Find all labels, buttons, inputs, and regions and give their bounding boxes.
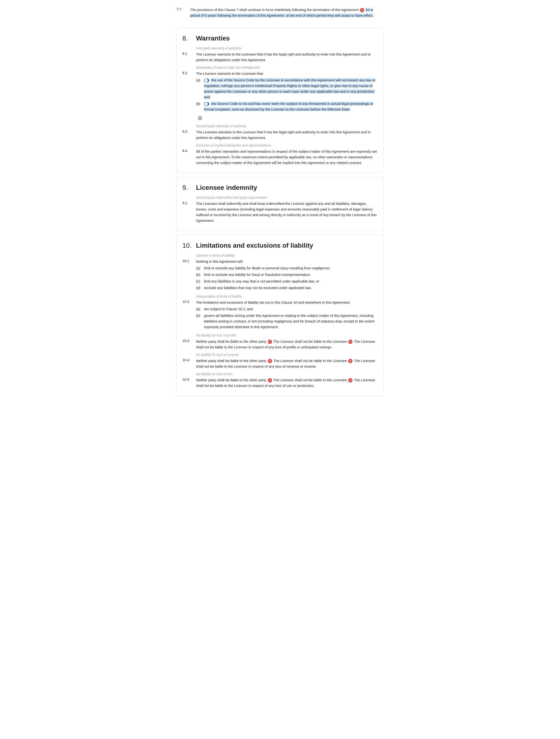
or-badge-10-3-2: or [348,340,353,344]
clause-10-5-text: Neither party shall be liable to the oth… [196,377,378,389]
clause-10-1-row: 10.1 Nothing in this Agreement will: (a)… [182,259,378,292]
clause-10-5-row: 10.5 Neither party shall be liable to th… [182,377,378,389]
toggle-circle-8-2a [204,79,208,82]
section-9-title: Licensee indemnity [196,184,257,191]
clause-77-text-before: The provisions of this Clause 7 shall co… [190,8,359,12]
section-8-heading: 8. Warranties [182,34,378,42]
toggle-8-2b[interactable] [204,102,209,106]
subclause-8-2a: (a) the use of the Source Code by the Li… [196,78,378,100]
section-10-heading: 10. Limitations and exclusions of liabil… [182,242,378,249]
subclause-10-2b-text: govern all liabilities arising under thi… [204,313,378,330]
move-icon-row: ⨁ [196,114,378,121]
or-badge-10-3-1: or [268,340,272,344]
clause-10-3-row: 10.3 Neither party shall be liable to th… [182,339,378,350]
clause-10-5-num: 10.5 [182,377,194,389]
clause-10-4-text-before: Neither party shall be liable to the oth… [196,359,266,363]
clause-10-5-text-middle: The Licensor shall not be liable to the … [273,378,348,382]
clause-10-2-text: The limitations and exclusions of liabil… [196,300,378,331]
subclause-10-1a: (a) limit or exclude any liability for d… [196,265,378,271]
subclause-8-2b-highlight: the Source Code is not and has never bee… [204,102,373,111]
toggle-circle-8-2b [204,102,208,106]
section-9-block: 9. Licensee indemnity Second party indem… [176,177,384,231]
clause-8-2-num: 8.2 [182,71,194,121]
subclause-10-1b-text: limit or exclude any liability for fraud… [204,272,378,278]
clause-10-1-intro: Nothing in this Agreement will: [196,259,378,264]
clause-10-4-text: Neither party shall be liable to the oth… [196,358,378,369]
annotation-9-1: Second party indemnifies first party upo… [196,196,378,199]
or-badge-10-4-1: or [268,359,272,363]
subclause-8-2a-text: the use of the Source Code by the Licens… [204,78,378,100]
clause-10-2-row: 10.2 The limitations and exclusions of l… [182,300,378,331]
subclause-10-1d-letter: (d) [196,285,202,291]
clause-9-1-row: 9.1 The Licensee shall indemnify and sha… [182,201,378,224]
clause-8-3-row: 8.3 The Licensee warrants to the Licenso… [182,129,378,141]
subclause-10-1d-text: exclude any liabilities that may not be … [204,285,378,291]
clause-10-3-text: Neither party shall be liable to the oth… [196,339,378,350]
clause-10-4-text-middle: The Licensor shall not be liable to the … [273,359,348,363]
annotation-8-2: Warranties of source code non-infringeme… [196,65,378,69]
clause-8-3-text: The Licensee warrants to the Licensor th… [196,129,378,141]
annotation-10-3: No liability for loss of profits [196,333,378,337]
annotation-10-5: No liability for loss of use [196,372,378,376]
section-8-block: 8. Warranties First party warranty of au… [176,28,384,173]
annotation-8-3: Second party warranty of authority [196,124,378,128]
subclause-8-2b-letter: (b) [196,101,202,112]
subclause-10-1a-letter: (a) [196,265,202,271]
clause-8-4-row: 8.4 All of the parties' warranties and r… [182,149,378,166]
clause-10-4-num: 10.4 [182,358,194,369]
clause-8-1-row: 8.1 The Licensor warrants to the License… [182,51,378,63]
or-badge-77: or [360,8,364,12]
clause-10-4-row: 10.4 Neither party shall be liable to th… [182,358,378,369]
clause-8-1-text: The Licensor warrants to the Licensee th… [196,51,378,63]
section-10-title: Limitations and exclusions of liability [196,242,313,249]
toggle-8-2a[interactable] [204,79,209,82]
clause-77-text: The provisions of this Clause 7 shall co… [190,7,384,18]
subclause-10-1c-text: limit any liabilities in any way that is… [204,279,378,284]
annotation-10-2: Interpretation of limits of liability [196,294,378,298]
clause-10-3-num: 10.3 [182,339,194,350]
annotation-8-4: Exclusion of implied warranties and repr… [196,143,378,147]
subclause-10-2a-letter: (a) [196,306,202,312]
annotation-10-1: Caveats to limits of liability [196,254,378,257]
subclause-10-1b: (b) limit or exclude any liability for f… [196,272,378,278]
subclause-10-1c: (c) limit any liabilities in any way tha… [196,279,378,284]
annotation-8-1: First party warranty of authority [196,46,378,50]
clause-10-2-num: 10.2 [182,300,194,331]
clause-8-4-text: All of the parties' warranties and repre… [196,149,378,166]
clause-77-row: 7.7 The provisions of this Clause 7 shal… [176,7,384,23]
section-9-number: 9. [182,184,192,191]
clause-10-3-text-before: Neither party shall be liable to the oth… [196,339,266,343]
clause-8-3-num: 8.3 [182,129,194,141]
clause-8-4-num: 8.4 [182,149,194,166]
clause-8-2-intro: The Licensor warrants to the Licensee th… [196,71,378,77]
clause-10-3-text-middle: The Licensor shall not be liable to the … [273,339,348,343]
clause-10-2-intro: The limitations and exclusions of liabil… [196,300,378,305]
clause-8-2-text: The Licensor warrants to the Licensee th… [196,71,378,121]
clause-8-1-num: 8.1 [182,51,194,63]
annotation-10-4: No liability for loss of revenue [196,353,378,356]
subclause-8-2a-letter: (a) [196,78,202,100]
subclause-10-2b-letter: (b) [196,313,202,330]
subclause-8-2b-text: the Source Code is not and has never bee… [204,101,378,112]
section-8-title: Warranties [196,34,230,42]
clause-10-1-text: Nothing in this Agreement will: (a) limi… [196,259,378,292]
subclause-8-2a-highlight: the use of the Source Code by the Licens… [204,78,375,99]
or-badge-10-5-1: or [268,378,272,383]
subclause-10-2a: (a) are subject to Clause 10.1; and [196,306,378,312]
subclause-10-1d: (d) exclude any liabilities that may not… [196,285,378,291]
move-arrows-icon[interactable]: ⨁ [198,115,202,121]
or-badge-10-4-2: or [348,359,353,363]
clause-10-5-text-before: Neither party shall be liable to the oth… [196,378,266,382]
subclause-10-2a-text: are subject to Clause 10.1; and [204,306,378,312]
clause-10-1-num: 10.1 [182,259,194,292]
subclause-10-1b-letter: (b) [196,272,202,278]
subclause-10-1a-text: limit or exclude any liability for death… [204,265,378,271]
clause-77-num: 7.7 [176,7,188,18]
section-8-number: 8. [182,34,192,42]
subclause-10-2b: (b) govern all liabilities arising under… [196,313,378,330]
clause-9-1-text: The Licensee shall indemnify and shall k… [196,201,378,224]
subclause-10-1c-letter: (c) [196,279,202,284]
clause-9-1-num: 9.1 [182,201,194,224]
section-10-number: 10. [182,242,192,249]
subclause-8-2b: (b) the Source Code is not and has never… [196,101,378,112]
